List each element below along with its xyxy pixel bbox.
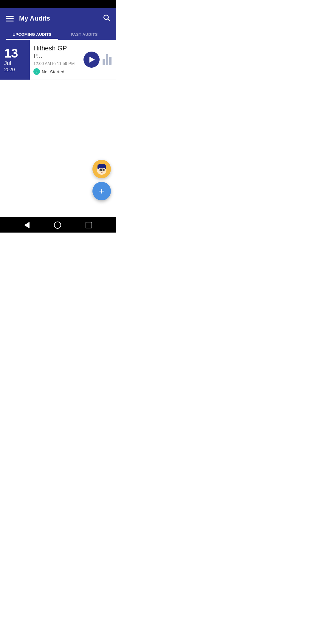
- tabs-container: UPCOMING AUDITS PAST AUDITS: [6, 29, 110, 40]
- navigation-bar: [0, 217, 116, 233]
- svg-rect-5: [105, 166, 106, 169]
- add-audit-button[interactable]: +: [92, 182, 111, 200]
- svg-line-1: [108, 19, 110, 21]
- svg-point-7: [103, 169, 104, 171]
- audit-name: Hithesh GP P...: [33, 44, 76, 60]
- header: My Audits UPCOMING AUDITS PAST AUDITS: [0, 8, 116, 40]
- search-icon[interactable]: [103, 14, 110, 23]
- audit-date-day: 13: [4, 47, 18, 60]
- bar-2: [106, 54, 108, 65]
- plus-icon: +: [99, 186, 105, 196]
- play-icon: [89, 57, 95, 63]
- audit-info: Hithesh GP P... 12:00 AM to 11:59 PM ✓ N…: [30, 40, 80, 80]
- tab-past-audits[interactable]: PAST AUDITS: [58, 29, 110, 40]
- svg-point-6: [100, 169, 101, 171]
- recents-button[interactable]: [86, 222, 92, 228]
- bars-icon: [103, 54, 113, 65]
- recents-square-icon: [86, 222, 92, 228]
- page-title: My Audits: [19, 15, 103, 22]
- bar-3: [109, 57, 112, 65]
- audit-status-label: Not Started: [42, 69, 64, 74]
- audit-date-block: 13 Jul 2020: [0, 40, 30, 80]
- audit-actions: [80, 40, 116, 80]
- audit-date-month: Jul: [4, 60, 11, 66]
- back-button[interactable]: [24, 222, 30, 228]
- status-bar: [0, 0, 116, 8]
- home-circle-icon: [54, 222, 61, 229]
- audit-card[interactable]: 13 Jul 2020 Hithesh GP P... 12:00 AM to …: [0, 40, 116, 80]
- home-button[interactable]: [54, 222, 61, 229]
- svg-rect-4: [97, 166, 99, 169]
- audit-date-year: 2020: [4, 67, 15, 72]
- hamburger-menu-icon[interactable]: [6, 16, 14, 21]
- bar-1: [103, 59, 105, 65]
- audit-time: 12:00 AM to 11:59 PM: [33, 61, 76, 66]
- back-triangle-icon: [24, 222, 30, 228]
- tab-upcoming-audits[interactable]: UPCOMING AUDITS: [6, 29, 58, 40]
- fab-avatar-button[interactable]: [92, 160, 111, 178]
- audit-status-row: ✓ Not Started: [33, 68, 76, 75]
- avatar-icon: [95, 162, 109, 176]
- content-area: +: [0, 80, 116, 217]
- svg-point-3: [97, 164, 106, 168]
- play-button[interactable]: [83, 52, 100, 68]
- status-check-icon: ✓: [33, 68, 40, 75]
